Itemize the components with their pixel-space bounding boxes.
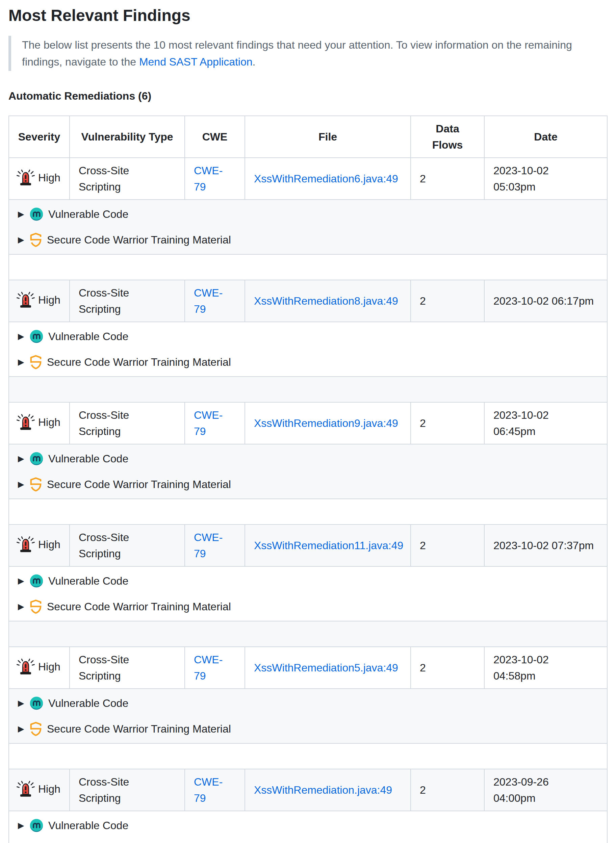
vulnerable-code-details[interactable]: ▶Vulnerable Code — [18, 572, 598, 590]
column-header-cwe: CWE — [185, 116, 245, 158]
vulnerability-type-cell: Cross-Site Scripting — [70, 280, 185, 322]
file-link[interactable]: XssWithRemediation8.java:49 — [254, 295, 398, 307]
high-severity-icon — [16, 170, 35, 188]
vulnerable-code-label: Vulnerable Code — [48, 206, 128, 222]
disclosure-triangle-icon: ▶ — [18, 328, 29, 345]
vulnerable-code-details[interactable]: ▶Vulnerable Code — [18, 205, 598, 224]
date-cell: 2023-10-02 06:45pm — [484, 402, 607, 444]
file-cell: XssWithRemediation8.java:49 — [245, 280, 411, 322]
column-header-type: Vulnerability Type — [70, 116, 185, 158]
date-cell: 2023-10-02 05:03pm — [484, 158, 607, 199]
date-cell: 2023-10-02 06:17pm — [484, 280, 607, 322]
spacer-row — [9, 377, 607, 402]
page-title: Most Relevant Findings — [9, 5, 607, 26]
scw-training-details[interactable]: ▶Secure Code Warrior Training Material — [18, 475, 598, 494]
cwe-link[interactable]: CWE- 79 — [194, 164, 223, 193]
vulnerable-code-details[interactable]: ▶Vulnerable Code — [18, 694, 598, 713]
note-text-after: . — [252, 56, 256, 68]
scw-training-label: Secure Code Warrior Training Material — [47, 598, 231, 615]
spacer-row — [9, 743, 607, 769]
vulnerable-code-details[interactable]: ▶Vulnerable Code — [18, 327, 598, 346]
cwe-cell: CWE- 79 — [185, 280, 245, 322]
mend-logo-icon — [29, 329, 44, 343]
finding-details-row: ▶Vulnerable Code ▶Secure Code Warrior Tr… — [9, 322, 607, 377]
cwe-link[interactable]: CWE- 79 — [194, 409, 223, 437]
data-flows-cell: 2 — [411, 402, 484, 444]
finding-details-row: ▶Vulnerable Code ▶Secure Code Warrior Tr… — [9, 689, 607, 743]
table-header-row: Severity Vulnerability Type CWE File Dat… — [9, 116, 607, 158]
finding-row: High Cross-Site Scripting CWE- 79 XssWit… — [9, 525, 607, 566]
data-flows-cell: 2 — [411, 158, 484, 199]
scw-training-details[interactable]: ▶Secure Code Warrior Training Material — [18, 597, 598, 616]
disclosure-triangle-icon: ▶ — [18, 695, 29, 711]
data-flows-cell: 2 — [411, 280, 484, 322]
scw-shield-icon — [29, 599, 42, 614]
mend-logo-icon — [29, 207, 44, 221]
disclosure-triangle-icon: ▶ — [18, 206, 29, 222]
note-blockquote: The below list presents the 10 most rele… — [9, 36, 607, 71]
high-severity-icon — [16, 781, 35, 799]
cwe-cell: CWE- 79 — [185, 402, 245, 444]
scw-shield-icon — [29, 232, 42, 247]
vulnerable-code-label: Vulnerable Code — [48, 328, 128, 345]
scw-shield-icon — [29, 477, 42, 492]
finding-row: High Cross-Site Scripting CWE- 79 XssWit… — [9, 769, 607, 811]
file-link[interactable]: XssWithRemediation11.java:49 — [254, 540, 403, 551]
mend-sast-link[interactable]: Mend SAST Application — [139, 56, 252, 68]
finding-details-row: ▶Vulnerable Code ▶Secure Code Warrior Tr… — [9, 444, 607, 499]
severity-cell: High — [9, 158, 70, 199]
disclosure-triangle-icon: ▶ — [18, 476, 29, 493]
cwe-cell: CWE- 79 — [185, 647, 245, 689]
finding-row: High Cross-Site Scripting CWE- 79 XssWit… — [9, 647, 607, 689]
spacer-row — [9, 254, 607, 280]
high-severity-icon — [16, 414, 35, 432]
vulnerable-code-label: Vulnerable Code — [48, 450, 128, 467]
cwe-link[interactable]: CWE- 79 — [194, 654, 223, 682]
vulnerability-type-cell: Cross-Site Scripting — [70, 647, 185, 689]
date-cell: 2023-10-02 04:58pm — [484, 647, 607, 689]
high-severity-icon — [16, 658, 35, 677]
scw-training-label: Secure Code Warrior Training Material — [47, 354, 231, 370]
vulnerability-type-cell: Cross-Site Scripting — [70, 158, 185, 199]
scw-training-details[interactable]: ▶Secure Code Warrior Training Material — [18, 719, 598, 738]
severity-label: High — [38, 416, 60, 428]
severity-label: High — [38, 783, 60, 795]
vulnerable-code-details[interactable]: ▶Vulnerable Code — [18, 816, 598, 835]
high-severity-icon — [16, 292, 35, 310]
scw-training-details[interactable]: ▶Secure Code Warrior Training Material — [18, 842, 598, 843]
cwe-link[interactable]: CWE- 79 — [194, 776, 223, 804]
disclosure-triangle-icon: ▶ — [18, 721, 29, 737]
disclosure-triangle-icon: ▶ — [18, 598, 29, 615]
vulnerable-code-label: Vulnerable Code — [48, 695, 128, 711]
cwe-link[interactable]: CWE- 79 — [194, 531, 223, 560]
severity-label: High — [38, 172, 60, 184]
file-link[interactable]: XssWithRemediation5.java:49 — [254, 662, 398, 674]
severity-label: High — [38, 661, 60, 673]
file-cell: XssWithRemediation6.java:49 — [245, 158, 411, 199]
scw-training-details[interactable]: ▶Secure Code Warrior Training Material — [18, 230, 598, 249]
finding-details-row: ▶Vulnerable Code ▶Secure Code Warrior Tr… — [9, 811, 607, 843]
column-header-data-flows: Data Flows — [411, 116, 484, 158]
cwe-link[interactable]: CWE- 79 — [194, 287, 223, 315]
disclosure-triangle-icon: ▶ — [18, 450, 29, 467]
finding-row: High Cross-Site Scripting CWE- 79 XssWit… — [9, 280, 607, 322]
scw-training-label: Secure Code Warrior Training Material — [47, 721, 231, 737]
file-link[interactable]: XssWithRemediation6.java:49 — [254, 173, 398, 185]
severity-cell: High — [9, 402, 70, 444]
file-cell: XssWithRemediation5.java:49 — [245, 647, 411, 689]
date-cell: 2023-09-26 04:00pm — [484, 769, 607, 811]
file-cell: XssWithRemediation9.java:49 — [245, 402, 411, 444]
vulnerability-type-cell: Cross-Site Scripting — [70, 769, 185, 811]
severity-cell: High — [9, 280, 70, 322]
vulnerable-code-details[interactable]: ▶Vulnerable Code — [18, 449, 598, 468]
findings-table: Severity Vulnerability Type CWE File Dat… — [9, 116, 607, 843]
date-cell: 2023-10-02 07:37pm — [484, 525, 607, 566]
spacer-row — [9, 499, 607, 525]
file-link[interactable]: XssWithRemediation.java:49 — [254, 784, 392, 796]
finding-row: High Cross-Site Scripting CWE- 79 XssWit… — [9, 158, 607, 199]
scw-training-details[interactable]: ▶Secure Code Warrior Training Material — [18, 353, 598, 371]
file-link[interactable]: XssWithRemediation9.java:49 — [254, 417, 398, 429]
file-cell: XssWithRemediation11.java:49 — [245, 525, 411, 566]
severity-label: High — [38, 294, 60, 306]
column-header-date: Date — [484, 116, 607, 158]
